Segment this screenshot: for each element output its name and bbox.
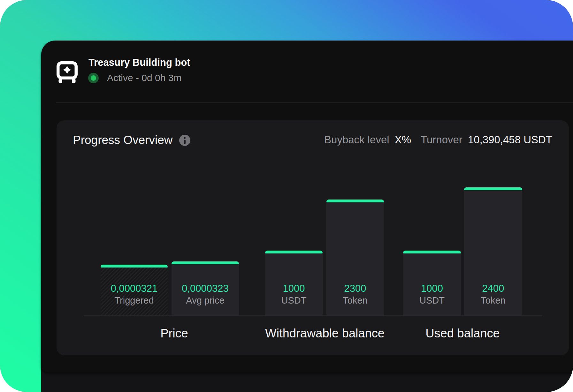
- bar-value: 0,0000321: [101, 282, 168, 295]
- stat-value: X%: [395, 134, 411, 146]
- bar-caption: Token: [326, 295, 384, 306]
- stat-label: Turnover: [421, 134, 462, 146]
- bot-title: Treasury Building bot: [88, 57, 190, 69]
- group-label: Withdrawable balance: [265, 327, 384, 340]
- group-label: Used balance: [403, 327, 522, 340]
- bar-top-accent: [172, 261, 239, 264]
- bar-value: 1000: [403, 282, 461, 295]
- bar-text: 2300Token: [326, 282, 384, 306]
- bar-usdt: 1000USDT: [403, 251, 461, 315]
- stat-label: Buyback level: [324, 134, 389, 146]
- bar-caption: USDT: [403, 295, 461, 306]
- bar-value: 0,0000323: [172, 282, 239, 295]
- bar-token: 2300Token: [326, 200, 384, 315]
- bar-usdt: 1000USDT: [265, 251, 323, 315]
- bar-value: 2400: [464, 282, 522, 295]
- bar-avg-price: 0,0000323Avg price: [172, 261, 239, 315]
- chart-baseline: [84, 315, 542, 316]
- vault-icon: [57, 61, 78, 83]
- stat-turnover: Turnover 10,390,458 USDT: [421, 134, 552, 146]
- bar-triggered: 0,0000321Triggered: [101, 265, 168, 315]
- card-title-row: Progress Overview: [73, 133, 190, 147]
- bar-caption: Avg price: [172, 295, 239, 306]
- progress-overview-card: Progress Overview Buyback level X% Turno…: [57, 120, 569, 355]
- gradient-background: Treasury Building bot Active - 0d 0h 3m …: [0, 0, 573, 392]
- card-title: Progress Overview: [73, 133, 173, 147]
- group-label: Price: [105, 327, 243, 340]
- info-icon[interactable]: [179, 135, 190, 146]
- stat-value: 10,390,458 USDT: [468, 134, 552, 146]
- bar-caption: Token: [464, 295, 522, 306]
- header-divider: [56, 102, 573, 103]
- stats-row: Buyback level X% Turnover 10,390,458 USD…: [324, 134, 552, 146]
- bar-top-accent: [464, 187, 522, 190]
- bar-text: 1000USDT: [265, 282, 323, 306]
- bar-text: 2400Token: [464, 282, 522, 306]
- bar-top-accent: [101, 265, 168, 268]
- bar-top-accent: [265, 251, 323, 253]
- bar-value: 2300: [326, 282, 384, 295]
- bar-text: 0,0000323Avg price: [172, 282, 239, 306]
- bar-caption: Triggered: [101, 295, 168, 306]
- status-row: Active - 0d 0h 3m: [88, 72, 181, 83]
- bar-top-accent: [326, 200, 384, 202]
- bar-token: 2400Token: [464, 187, 522, 315]
- bar-caption: USDT: [265, 295, 323, 306]
- bar-text: 1000USDT: [403, 282, 461, 306]
- status-dot-icon: [88, 73, 99, 83]
- bar-text: 0,0000321Triggered: [101, 282, 168, 306]
- status-text: Active - 0d 0h 3m: [107, 72, 181, 83]
- stat-buyback-level: Buyback level X%: [324, 134, 411, 146]
- bot-window: Treasury Building bot Active - 0d 0h 3m …: [41, 41, 573, 373]
- bar-top-accent: [403, 251, 461, 253]
- bar-value: 1000: [265, 282, 323, 295]
